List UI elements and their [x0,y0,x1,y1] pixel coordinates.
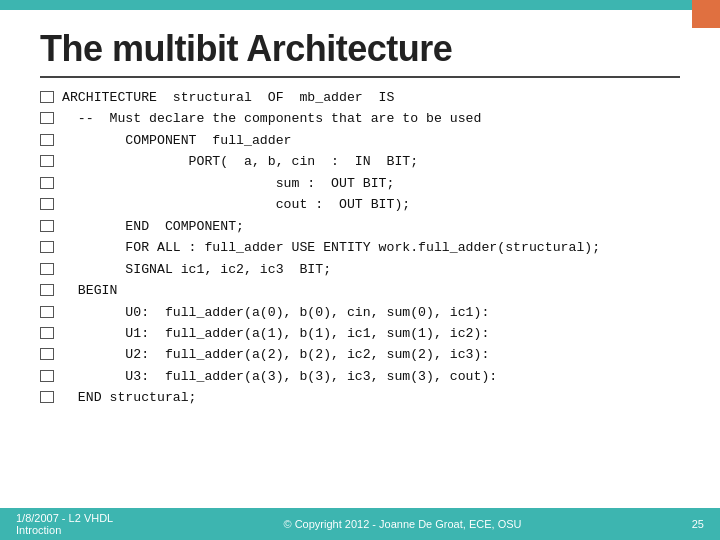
list-item: U2: full_adder(a(2), b(2), ic2, sum(2), … [40,345,680,365]
code-list: ARCHITECTURE structural OF mb_adder IS -… [40,88,680,409]
bullet-icon [40,112,54,124]
code-line: PORT( a, b, cin : IN BIT; [62,152,418,172]
footer: 1/8/2007 - L2 VHDL Introction © Copyrigh… [0,508,720,540]
bullet-icon [40,327,54,339]
footer-center: © Copyright 2012 - Joanne De Groat, ECE,… [283,518,521,530]
list-item: U1: full_adder(a(1), b(1), ic1, sum(1), … [40,324,680,344]
list-item: cout : OUT BIT); [40,195,680,215]
slide-title: The multibit Architecture [40,28,680,70]
code-line: U0: full_adder(a(0), b(0), cin, sum(0), … [62,303,489,323]
code-line: U2: full_adder(a(2), b(2), ic2, sum(2), … [62,345,489,365]
code-line: cout : OUT BIT); [62,195,410,215]
bullet-icon [40,155,54,167]
code-line: SIGNAL ic1, ic2, ic3 BIT; [62,260,331,280]
list-item: U3: full_adder(a(3), b(3), ic3, sum(3), … [40,367,680,387]
bullet-icon [40,241,54,253]
divider [40,76,680,78]
code-line: ARCHITECTURE structural OF mb_adder IS [62,88,394,108]
list-item: SIGNAL ic1, ic2, ic3 BIT; [40,260,680,280]
code-line: U1: full_adder(a(1), b(1), ic1, sum(1), … [62,324,489,344]
footer-right: 25 [692,518,704,530]
code-line: END structural; [62,388,197,408]
bullet-icon [40,348,54,360]
top-bar [0,0,720,10]
list-item: ARCHITECTURE structural OF mb_adder IS [40,88,680,108]
code-line: U3: full_adder(a(3), b(3), ic3, sum(3), … [62,367,497,387]
list-item: PORT( a, b, cin : IN BIT; [40,152,680,172]
list-item: END structural; [40,388,680,408]
bullet-icon [40,198,54,210]
list-item: BEGIN [40,281,680,301]
bullet-icon [40,91,54,103]
code-line: END COMPONENT; [62,217,244,237]
bullet-icon [40,391,54,403]
main-content: The multibit Architecture ARCHITECTURE s… [0,10,720,420]
list-item: END COMPONENT; [40,217,680,237]
bullet-icon [40,284,54,296]
list-item: sum : OUT BIT; [40,174,680,194]
bullet-icon [40,263,54,275]
list-item: FOR ALL : full_adder USE ENTITY work.ful… [40,238,680,258]
top-right-square [692,0,720,28]
bullet-icon [40,370,54,382]
code-line: sum : OUT BIT; [62,174,394,194]
bullet-icon [40,220,54,232]
bullet-icon [40,134,54,146]
code-line: -- Must declare the components that are … [62,109,481,129]
bullet-icon [40,306,54,318]
bullet-icon [40,177,54,189]
code-line: COMPONENT full_adder [62,131,292,151]
list-item: COMPONENT full_adder [40,131,680,151]
list-item: U0: full_adder(a(0), b(0), cin, sum(0), … [40,303,680,323]
code-line: FOR ALL : full_adder USE ENTITY work.ful… [62,238,600,258]
list-item: -- Must declare the components that are … [40,109,680,129]
code-line: BEGIN [62,281,117,301]
footer-left: 1/8/2007 - L2 VHDL Introction [16,512,113,536]
